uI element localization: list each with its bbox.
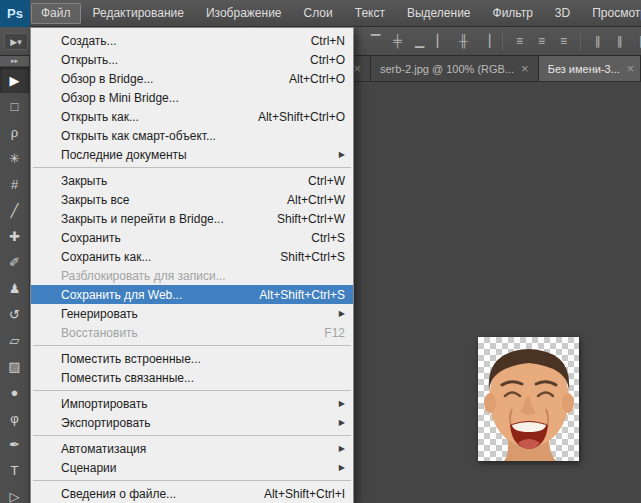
menu-item-file-info[interactable]: Сведения о файле... Alt+Shift+Ctrl+I [31,484,353,503]
menu-separator [33,480,351,481]
menu-item-label: Последние документы [61,148,187,162]
tab-close-icon[interactable]: × [521,62,529,75]
menu-item-automate[interactable]: Автоматизация ▶ [31,439,353,458]
menu-item-label: Обзор в Mini Bridge... [61,91,179,105]
menu-shortcut: Alt+Ctrl+O [289,72,345,86]
distribute-bottom-edges-icon[interactable]: ≡ [554,31,573,51]
menu-item-scripts[interactable]: Сценарии ▶ [31,458,353,477]
clone-stamp-tool-icon: ♟ [9,281,21,296]
menu-item-new[interactable]: Создать... Ctrl+N [31,31,353,50]
blur-tool-icon: ● [11,385,19,400]
tool-magic-wand[interactable]: ✳ [0,145,29,171]
path-selection-tool-icon: ▷ [10,489,20,503]
menu-item-export[interactable]: Экспортировать ▶ [31,413,353,432]
menu-item-label: Поместить связанные... [61,371,194,385]
submenu-arrow-icon: ▶ [339,399,345,408]
menu-item-open-as-smart-object[interactable]: Открыть как смарт-объект... [31,126,353,145]
menu-item-label: Экспортировать [61,416,151,430]
tool-move[interactable]: ▶ [0,67,29,93]
align-horizontal-centers-icon[interactable]: ╫ [454,31,473,51]
tab-document-untitled-3[interactable]: Без имени-3... × [539,56,641,81]
tab-document-serb-2[interactable]: serb-2.jpg @ 100% (RGB... × [371,56,539,81]
menu-item-label: Генерировать [61,307,138,321]
menu-shortcut: Shift+Ctrl+S [280,250,345,264]
marquee-tool-icon: □ [11,99,19,114]
tool-crop[interactable]: # [0,171,29,197]
pen-tool-icon: ✒ [9,437,20,452]
submenu-arrow-icon: ▶ [339,150,345,159]
tool-rectangular-marquee[interactable]: □ [0,93,29,119]
tab-label: Без имени-3... [548,63,620,75]
menu-shortcut: Shift+Ctrl+W [277,212,345,226]
menubar-3d[interactable]: 3D [545,3,580,24]
submenu-arrow-icon: ▶ [339,418,345,427]
menubar-layers[interactable]: Слои [294,3,343,24]
crop-tool-icon: # [11,177,18,192]
align-right-edges-icon[interactable]: ▕ [476,31,495,51]
tool-lasso[interactable]: ρ [0,119,29,145]
tools-panel-collapse[interactable]: ▸▸ [0,56,29,67]
menu-item-browse-in-mini-bridge[interactable]: Обзор в Mini Bridge... [31,88,353,107]
menu-item-label: Разблокировать для записи... [61,269,226,283]
distribute-left-edges-icon[interactable]: ∥ [588,31,607,51]
tool-history-brush[interactable]: ↺ [0,301,29,327]
menu-shortcut: Ctrl+W [308,174,345,188]
menu-item-close[interactable]: Закрыть Ctrl+W [31,171,353,190]
tool-brush[interactable]: ✐ [0,249,29,275]
tool-gradient[interactable]: ▨ [0,353,29,379]
menubar-file[interactable]: Файл [31,3,81,24]
submenu-arrow-icon: ▶ [339,463,345,472]
distribute-vertical-centers-icon[interactable]: ≡ [532,31,551,51]
menu-item-close-all[interactable]: Закрыть все Alt+Ctrl+W [31,190,353,209]
tool-healing-brush[interactable]: ✚ [0,223,29,249]
dodge-tool-icon: φ [10,411,18,426]
tool-pen[interactable]: ✒ [0,431,29,457]
menubar-select[interactable]: Выделение [397,3,481,24]
submenu-arrow-icon: ▶ [339,309,345,318]
align-top-edges-icon[interactable]: ▔ [366,31,385,51]
menubar-image[interactable]: Изображение [196,3,292,24]
menu-item-save[interactable]: Сохранить Ctrl+S [31,228,353,247]
tool-blur[interactable]: ● [0,379,29,405]
menubar-view[interactable]: Просмотр [582,3,641,24]
distribute-top-edges-icon[interactable]: ≡ [510,31,529,51]
menu-item-import[interactable]: Импортировать ▶ [31,394,353,413]
menu-bar: Ps Файл Редактирование Изображение Слои … [0,0,641,27]
tab-label: serb-2.jpg @ 100% (RGB... [380,63,514,75]
tool-dodge[interactable]: φ [0,405,29,431]
menu-item-generate[interactable]: Генерировать ▶ [31,304,353,323]
tool-clone-stamp[interactable]: ♟ [0,275,29,301]
menu-item-close-and-go-to-bridge[interactable]: Закрыть и перейти в Bridge... Shift+Ctrl… [31,209,353,228]
tool-eyedropper[interactable]: ╱ [0,197,29,223]
menu-separator [33,435,351,436]
menu-item-recent-files[interactable]: Последние документы ▶ [31,145,353,164]
eraser-tool-icon: ▱ [10,333,20,348]
distribute-horizontal-centers-icon[interactable]: ∥ [610,31,629,51]
menu-item-open-as[interactable]: Открыть как... Alt+Shift+Ctrl+O [31,107,353,126]
align-left-edges-icon[interactable]: ▏ [432,31,451,51]
tool-preset-picker[interactable]: ▶▾ [4,33,28,50]
brush-tool-icon: ✐ [9,255,20,270]
tab-close-icon[interactable]: × [627,62,635,75]
tool-eraser[interactable]: ▱ [0,327,29,353]
menubar-filter[interactable]: Фильтр [483,3,543,24]
align-bottom-edges-icon[interactable]: ▁ [410,31,429,51]
menubar-edit[interactable]: Редактирование [83,3,194,24]
menu-item-save-for-web[interactable]: Сохранить для Web... Alt+Shift+Ctrl+S [31,285,353,304]
menu-item-label: Восстановить [61,326,138,340]
distribute-right-edges-icon[interactable]: ∥ [632,31,641,51]
menu-item-place-embedded[interactable]: Поместить встроенные... [31,349,353,368]
document-canvas[interactable] [478,337,579,461]
tool-path-selection[interactable]: ▷ [0,483,29,503]
menu-item-label: Сохранить [61,231,121,245]
menu-item-open[interactable]: Открыть... Ctrl+O [31,50,353,69]
menu-item-label: Автоматизация [61,442,146,456]
align-vertical-centers-icon[interactable]: ╪ [388,31,407,51]
tool-type[interactable]: T [0,457,29,483]
menu-item-place-linked[interactable]: Поместить связанные... [31,368,353,387]
menu-item-label: Создать... [61,34,117,48]
tab-close-icon[interactable]: × [353,62,361,75]
menu-item-browse-in-bridge[interactable]: Обзор в Bridge... Alt+Ctrl+O [31,69,353,88]
menubar-type[interactable]: Текст [345,3,395,24]
menu-item-save-as[interactable]: Сохранить как... Shift+Ctrl+S [31,247,353,266]
